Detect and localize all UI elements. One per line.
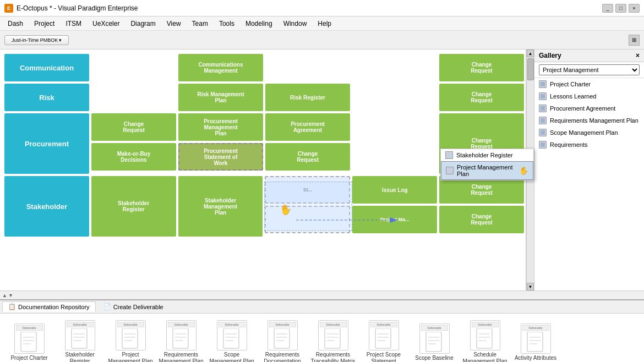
menu-itsm[interactable]: ITSM	[60, 19, 87, 29]
expand-up-button[interactable]: ▲	[2, 293, 7, 298]
menu-diagram[interactable]: Diagram	[125, 19, 161, 29]
svg-rect-5	[541, 118, 545, 123]
deliverable-item-project-mgmt-plan[interactable]: DeliverableProject Management Plan	[106, 319, 155, 363]
deliverable-item-scope-baseline[interactable]: DeliverableScope Baseline	[410, 322, 459, 363]
deliverable-label-requirements-doc: Requirements Documentation	[259, 352, 306, 363]
deliverable-item-req-trace-matrix[interactable]: DeliverableRequirements Traceability Mat…	[308, 319, 358, 363]
proc-sow-cell[interactable]: ProcurementStatement ofWork	[178, 143, 263, 171]
deliverable-icon-activity-attributes: Deliverable	[521, 323, 551, 354]
deliverable-label-project-mgmt-plan: Project Management Plan	[107, 352, 154, 363]
deliverable-item-stakeholder-register[interactable]: DeliverableStakeholder Register	[55, 319, 105, 363]
expand-collapse-bar: ▲ ▼	[0, 290, 644, 299]
deliverable-label-project-charter: Project Charter	[10, 355, 47, 361]
menu-tools[interactable]: Tools	[214, 19, 240, 29]
toolbar: Just-in-Time PMBOK ▾ ⊞	[0, 31, 644, 50]
deliverable-item-project-scope[interactable]: DeliverableProject Scope Statement	[359, 319, 408, 363]
svg-rect-4	[541, 106, 545, 111]
deliverable-item-activity-attributes[interactable]: DeliverableActivity Attributes	[511, 322, 560, 363]
deliverable-label-scope-mgmt-plan: Scope Management Plan	[209, 352, 255, 363]
stkh-mgmt-cell[interactable]: StakeholderManagementPlan	[178, 176, 263, 237]
gallery-item-project-charter[interactable]: Project Charter	[534, 78, 644, 90]
v-scroll-thumb[interactable]	[527, 58, 534, 80]
deliverable-icon-project-charter: Deliverable	[14, 323, 45, 354]
stkh-register2-cell[interactable]: St...	[265, 176, 350, 204]
change-req-risk-cell[interactable]: ChangeRequest	[439, 84, 524, 111]
make-buy-cell[interactable]: Make-or-BuyDecisions	[91, 143, 176, 171]
change-req-proc2-cell[interactable]: ChangeRequest	[265, 143, 350, 171]
change-req-stkh2-cell[interactable]: ChangeRequest	[439, 206, 524, 233]
deliverable-item-requirements-doc[interactable]: DeliverableRequirements Documentation	[258, 319, 307, 363]
scroll-down-button[interactable]: ▼	[527, 283, 534, 290]
communication-row: Communication CommunicationsManagement C…	[4, 54, 524, 81]
svg-rect-12	[72, 328, 87, 348]
maximize-button[interactable]: □	[615, 4, 626, 13]
close-button[interactable]: ×	[629, 4, 640, 13]
deliverable-item-scope-mgmt-plan[interactable]: DeliverableScope Management Plan	[207, 319, 256, 363]
gallery-dropdown-select[interactable]: Project Management	[539, 64, 640, 75]
deliverable-item-schedule-mgmt-plan[interactable]: DeliverableSchedule Management Plan	[460, 319, 510, 363]
window-controls[interactable]: _ □ ×	[602, 4, 640, 13]
menu-dash[interactable]: Dash	[2, 19, 29, 29]
svg-rect-24	[223, 328, 239, 348]
svg-rect-7	[541, 142, 545, 147]
gallery-item-label: Project Charter	[550, 81, 591, 87]
risk-mgmt-cell[interactable]: Risk ManagementPlan	[178, 84, 263, 111]
main-area: Communication CommunicationsManagement C…	[0, 50, 644, 290]
deliverable-label-schedule-mgmt-plan: Schedule Management Plan	[462, 352, 509, 363]
proj-mgmt-cell[interactable]: Project Ma...	[352, 206, 437, 233]
menu-view[interactable]: View	[161, 19, 187, 29]
menu-project[interactable]: Project	[29, 19, 60, 29]
gallery-item-procurement-agreement[interactable]: Procurement Agreement	[534, 102, 644, 114]
deliverable-icon-requirements-mgmt-plan: Deliverable	[166, 320, 197, 350]
layout-icon[interactable]: ⊞	[629, 35, 640, 46]
gallery-item-label: Lessons Learned	[550, 93, 596, 100]
svg-rect-28	[274, 328, 290, 348]
svg-rect-36	[375, 328, 391, 348]
stkh-register-cell[interactable]: StakeholderRegister	[91, 176, 176, 237]
deliverable-label-stakeholder-register: Stakeholder Register	[57, 352, 103, 363]
gallery-title: Gallery	[539, 52, 561, 59]
risk-register-cell[interactable]: Risk Register	[265, 84, 350, 111]
gallery-item-label: Procurement Agreement	[550, 105, 615, 112]
scroll-up-button[interactable]: ▲	[527, 50, 534, 57]
menu-modeling[interactable]: Modeling	[240, 19, 278, 29]
issue-log-cell[interactable]: Issue Log	[352, 176, 437, 204]
titlebar-title: E-Octopus * - Visual Paradigm Enterprise	[17, 4, 602, 12]
minimize-button[interactable]: _	[602, 4, 613, 13]
menu-uexceler[interactable]: UeXceler	[87, 19, 125, 29]
change-req-proc-cell[interactable]: ChangeRequest	[91, 113, 176, 141]
tab-create-deliverable[interactable]: 📄 Create Deliverable	[98, 302, 169, 311]
svg-rect-2	[541, 82, 545, 86]
tab-create-label: Create Deliverable	[113, 304, 163, 310]
proc-mgmt-cell[interactable]: ProcurementManagementPlan	[178, 113, 263, 141]
gallery-filter[interactable]: Project Management	[534, 62, 644, 78]
gallery-header: Gallery ×	[534, 50, 644, 62]
change-req-comm-cell[interactable]: ChangeRequest	[439, 54, 524, 81]
gallery-close-button[interactable]: ×	[636, 52, 640, 59]
breadcrumb-button[interactable]: Just-in-Time PMBOK ▾	[4, 35, 69, 45]
gallery-item-icon	[539, 117, 547, 124]
gallery-item-requirements-mgmt[interactable]: Requirements Management Plan	[534, 114, 644, 127]
deliverable-icon-project-mgmt-plan: Deliverable	[116, 320, 146, 350]
gallery-item-lessons-learned[interactable]: Lessons Learned	[534, 90, 644, 102]
bottom-tabs: 📋 Documentation Repository 📄 Create Deli…	[0, 300, 644, 314]
menu-help[interactable]: Help	[312, 19, 337, 29]
menu-team[interactable]: Team	[187, 19, 214, 29]
bottom-panel: 📋 Documentation Repository 📄 Create Deli…	[0, 299, 644, 362]
tab-doc-repo[interactable]: 📋 Documentation Repository	[2, 301, 96, 312]
stakeholder-row: Stakeholder StakeholderRegister Stakehol…	[4, 176, 524, 237]
proc-agreement-cell[interactable]: ProcurementAgreement	[265, 113, 350, 141]
menu-window[interactable]: Window	[278, 19, 313, 29]
app-icon: E	[4, 4, 13, 13]
deliverable-icon-stakeholder-register: Deliverable	[65, 320, 95, 350]
stakeholder-header: Stakeholder	[4, 176, 89, 237]
comm-mgmt-cell[interactable]: CommunicationsManagement	[178, 54, 263, 81]
deliverable-label-requirements-mgmt-plan: Requirements Management Plan	[158, 352, 205, 363]
gallery-item-scope-mgmt[interactable]: Scope Management Plan	[534, 127, 644, 139]
titlebar: E E-Octopus * - Visual Paradigm Enterpri…	[0, 0, 644, 17]
expand-down-button[interactable]: ▼	[8, 293, 13, 298]
deliverable-item-project-charter[interactable]: DeliverableProject Charter	[4, 322, 54, 363]
gallery-item-requirements[interactable]: Requirements	[534, 139, 644, 151]
deliverable-item-requirements-mgmt-plan[interactable]: DeliverableRequirements Management Plan	[156, 319, 206, 363]
gallery-item-icon	[539, 80, 547, 88]
